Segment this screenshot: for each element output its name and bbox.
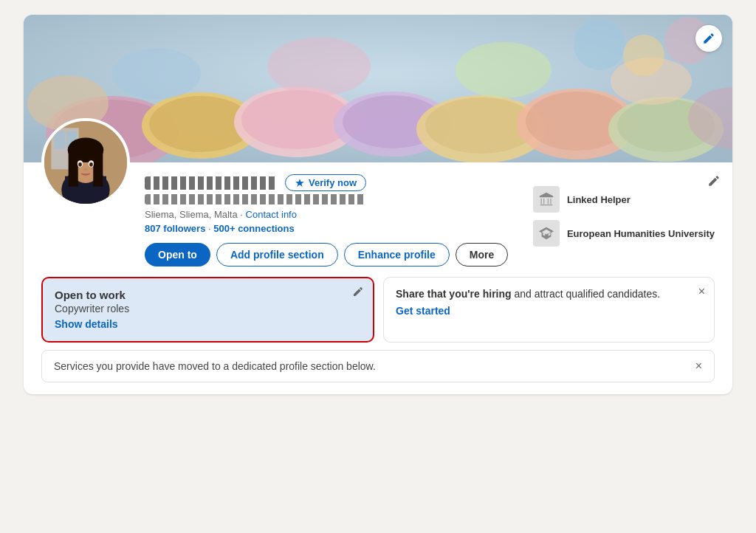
open-to-work-title: Open to work [55,289,361,301]
hiring-box: Share that you're hiring and attract qua… [383,277,715,343]
profile-banner [24,15,732,162]
svg-point-19 [574,18,625,70]
more-button[interactable]: More [456,243,508,266]
open-to-work-edit-icon[interactable] [352,286,364,300]
profile-followers: 807 followers · 500+ connections [145,223,533,234]
avatar [41,118,130,207]
followers-link[interactable]: 807 followers [145,223,205,234]
enhance-profile-button[interactable]: Enhance profile [344,243,450,266]
svg-point-20 [623,35,664,76]
profile-header-row: Verify now Sliema, Sliema, Malta · Conta… [145,162,715,266]
sidebar-item-university[interactable]: European Humanities University [533,220,715,247]
profile-card: Verify now Sliema, Sliema, Malta · Conta… [24,15,732,394]
services-moved-close-button[interactable]: × [695,360,702,373]
get-started-link[interactable]: Get started [396,305,450,317]
add-profile-section-button[interactable]: Add profile section [216,243,338,266]
profile-body: Verify now Sliema, Sliema, Malta · Conta… [24,162,732,394]
banner-background [24,15,732,162]
profile-actions: Open to Add profile section Enhance prof… [145,243,533,266]
open-to-button[interactable]: Open to [145,243,210,266]
sidebar-item-linked-helper[interactable]: Linked Helper [533,186,630,213]
open-to-work-role: Copywriter roles [55,303,361,314]
svg-rect-34 [93,148,103,186]
svg-point-37 [78,162,82,167]
open-to-work-box: Open to work Copywriter roles Show detai… [41,277,374,343]
profile-title-blurred [145,194,366,204]
show-details-link[interactable]: Show details [55,318,118,330]
banner-edit-button[interactable] [695,25,722,52]
svg-point-39 [83,168,88,171]
profile-location: Sliema, Sliema, Malta · Contact info [145,209,533,220]
svg-point-16 [267,37,371,96]
verify-now-button[interactable]: Verify now [285,174,366,191]
graduation-icon [533,220,560,247]
svg-rect-26 [55,131,65,148]
profile-sidebar: Linked Helper European Humanities Univer… [533,174,715,247]
profile-info: Verify now Sliema, Sliema, Malta · Conta… [145,174,533,266]
avatar-wrapper [41,118,130,207]
profile-edit-pencil[interactable] [707,174,721,190]
svg-rect-33 [69,148,78,186]
sidebar-company-name: Linked Helper [567,194,630,205]
svg-point-15 [112,48,201,100]
svg-point-38 [89,162,93,167]
hiring-close-button[interactable]: × [698,285,705,298]
services-moved-banner: Services you provide have moved to a ded… [41,350,715,382]
svg-point-17 [456,42,551,98]
open-to-work-section: Open to work Copywriter roles Show detai… [41,277,715,343]
connections-link[interactable]: 500+ connections [213,223,294,234]
profile-name-blurred [145,176,278,190]
profile-name-row: Verify now [145,174,533,191]
contact-info-link[interactable]: Contact info [246,209,297,220]
services-moved-text: Services you provide have moved to a ded… [54,360,376,372]
building-icon [533,186,560,213]
sidebar-university-name: European Humanities University [567,228,715,239]
hiring-title: Share that you're hiring and attract qua… [396,288,702,300]
